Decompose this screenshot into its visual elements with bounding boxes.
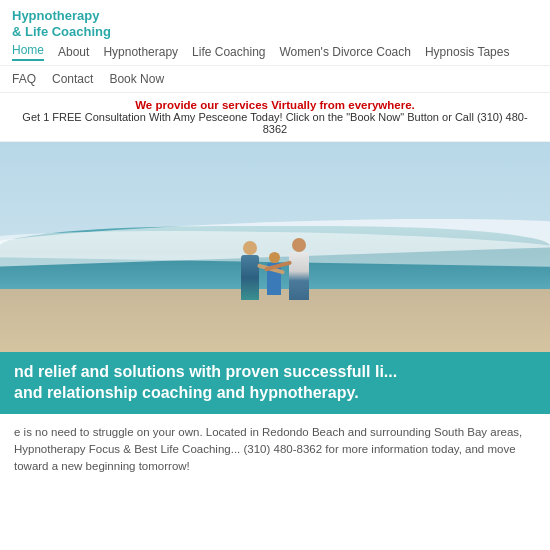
promo-line1: We provide our services Virtually from e…: [12, 99, 538, 111]
promo-bar: We provide our services Virtually from e…: [0, 93, 550, 142]
secondary-nav: FAQ Contact Book Now: [0, 66, 550, 93]
description-section: e is no need to struggle on your own. Lo…: [0, 414, 550, 486]
family-group: [241, 238, 309, 300]
nav-life-coaching[interactable]: Life Coaching: [192, 45, 265, 59]
nav-contact[interactable]: Contact: [52, 72, 93, 86]
brand-line1: Hypnotherapy: [12, 8, 99, 23]
man-head: [292, 238, 306, 252]
hero-image: [0, 142, 550, 352]
top-nav: Hypnotherapy & Life Coaching Home About …: [0, 0, 550, 66]
hero-people: [241, 238, 309, 300]
nav-book-now[interactable]: Book Now: [109, 72, 164, 86]
promo-line2: Get 1 FREE Consultation With Amy Pesceon…: [12, 111, 538, 135]
teal-banner-text2: and relationship coaching and hypnothera…: [14, 384, 359, 401]
teal-banner-text: nd relief and solutions with proven succ…: [14, 363, 397, 380]
brand-logo: Hypnotherapy & Life Coaching: [12, 8, 111, 39]
child-head: [269, 252, 280, 263]
teal-banner: nd relief and solutions with proven succ…: [0, 352, 550, 414]
nav-faq[interactable]: FAQ: [12, 72, 36, 86]
woman-body: [241, 255, 259, 300]
nav-divorce-coach[interactable]: Women's Divorce Coach: [279, 45, 410, 59]
nav-hypnosis-tapes[interactable]: Hypnosis Tapes: [425, 45, 510, 59]
nav-about[interactable]: About: [58, 45, 89, 59]
nav-hypnotherapy[interactable]: Hypnotherapy: [103, 45, 178, 59]
person-man: [289, 238, 309, 300]
nav-home[interactable]: Home: [12, 43, 44, 61]
brand-line2: & Life Coaching: [12, 24, 111, 39]
man-body: [289, 252, 309, 300]
woman-head: [243, 241, 257, 255]
person-woman: [241, 241, 259, 300]
description-text: e is no need to struggle on your own. Lo…: [14, 426, 522, 473]
primary-nav-links: Home About Hypnotherapy Life Coaching Wo…: [12, 43, 509, 61]
